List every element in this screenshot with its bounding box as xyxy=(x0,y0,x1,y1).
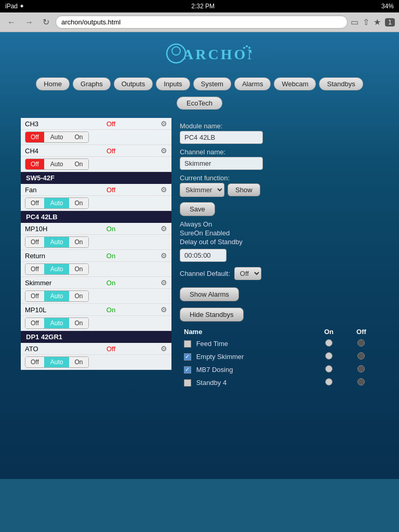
radio-off-mb7-dosing[interactable] xyxy=(357,365,365,373)
toggle-off-ch4[interactable]: Off xyxy=(25,159,44,169)
gear-icon-fan[interactable]: ⚙ xyxy=(161,185,167,194)
show-alarms-button[interactable]: Show Alarms xyxy=(180,287,239,301)
radio-on-mb7-dosing[interactable] xyxy=(325,365,332,373)
toggle-on-mp10h[interactable]: On xyxy=(69,237,88,247)
channel-status-ato: Off xyxy=(107,345,115,353)
forward-button[interactable]: → xyxy=(22,17,36,28)
standby-row-feed-time: Feed Time xyxy=(181,338,377,350)
toggle-on-return[interactable]: On xyxy=(69,264,88,274)
hide-standbys-button[interactable]: Hide Standbys xyxy=(180,308,244,322)
nav-graphs[interactable]: Graphs xyxy=(73,77,111,90)
back-button[interactable]: ← xyxy=(4,17,19,28)
standby-row-standby-4: Standby 4 xyxy=(181,377,377,389)
nav-system[interactable]: System xyxy=(193,77,231,90)
address-bar[interactable] xyxy=(56,16,348,29)
toggle-auto-mp10l[interactable]: Auto xyxy=(44,318,70,328)
nav-standbys[interactable]: Standbys xyxy=(319,77,363,90)
toggle-on-mp10l[interactable]: On xyxy=(69,318,88,328)
always-on-text: Always On xyxy=(180,220,378,228)
screen-icon[interactable]: ▭ xyxy=(351,17,358,27)
save-button[interactable]: Save xyxy=(180,202,215,216)
module-name-label: Module name: xyxy=(180,122,378,130)
gear-icon-skimmer[interactable]: ⚙ xyxy=(161,278,167,287)
channel-default-select[interactable]: Off xyxy=(234,267,261,280)
channel-row-fan: Fan Off ⚙ xyxy=(21,184,171,196)
module-name-input[interactable] xyxy=(180,131,263,144)
browser-actions: ▭ ⇧ ★ 1 xyxy=(351,17,395,27)
toggle-off-mp10h[interactable]: Off xyxy=(25,237,44,247)
toggle-auto-ch4[interactable]: Auto xyxy=(44,159,70,169)
toggle-auto-return[interactable]: Auto xyxy=(44,264,70,274)
status-time: 2:32 PM xyxy=(191,3,215,10)
standbys-table: Name On Off Feed Time xyxy=(180,326,378,390)
gear-icon-ato[interactable]: ⚙ xyxy=(161,344,167,353)
gear-icon-mp10l[interactable]: ⚙ xyxy=(161,305,167,314)
status-left: iPad ✦ xyxy=(5,3,24,10)
nav-alarms[interactable]: Alarms xyxy=(234,77,271,90)
channel-row-ch3: CH3 Off ⚙ xyxy=(21,118,171,130)
channel-row-ato: ATO Off ⚙ xyxy=(21,343,171,355)
toggle-on-ch3[interactable]: On xyxy=(69,132,88,142)
delay-time-input[interactable] xyxy=(180,249,227,262)
radio-on-empty-skimmer[interactable] xyxy=(325,352,332,360)
channel-name-fan: Fan xyxy=(25,186,61,194)
nav-webcam[interactable]: Webcam xyxy=(274,77,316,90)
nav-inputs[interactable]: Inputs xyxy=(156,77,190,90)
radio-on-standby-4[interactable] xyxy=(325,378,332,385)
toggle-off-fan[interactable]: Off xyxy=(25,198,44,208)
right-panel: Module name: Channel name: Current funct… xyxy=(180,118,378,390)
function-select[interactable]: Skimmer xyxy=(180,183,224,197)
reload-button[interactable]: ↻ xyxy=(39,16,52,28)
toggle-on-fan[interactable]: On xyxy=(69,198,88,208)
nav-home[interactable]: Home xyxy=(36,77,70,90)
toggle-auto-mp10h[interactable]: Auto xyxy=(44,237,70,247)
channel-name-mp10h: MP10H xyxy=(25,225,61,233)
svg-point-4 xyxy=(243,47,245,49)
function-row: Skimmer Show xyxy=(180,183,378,197)
carrier-label: iPad ✦ xyxy=(5,3,24,10)
gear-icon-mp10h[interactable]: ⚙ xyxy=(161,224,167,233)
toggle-row-ch4: Off Auto On xyxy=(21,157,171,172)
toggle-off-ch3[interactable]: Off xyxy=(25,132,44,142)
toggle-off-return[interactable]: Off xyxy=(25,264,44,274)
toggle-off-skimmer[interactable]: Off xyxy=(25,291,44,301)
channel-status-fan: Off xyxy=(107,186,115,194)
toggle-group-return: Off Auto On xyxy=(25,263,89,275)
share-icon[interactable]: ⇧ xyxy=(363,17,369,27)
channel-row-return: Return On ⚙ xyxy=(21,250,171,262)
toggle-off-mp10l[interactable]: Off xyxy=(25,318,44,328)
gear-icon-return[interactable]: ⚙ xyxy=(161,251,167,260)
channel-status-skimmer: On xyxy=(107,279,115,287)
toggle-auto-fan[interactable]: Auto xyxy=(44,198,70,208)
standby-name-mb7-dosing: MB7 Dosing xyxy=(196,366,233,374)
checkbox-feed-time[interactable] xyxy=(184,340,191,348)
svg-point-5 xyxy=(248,47,250,49)
checkbox-mb7-dosing[interactable] xyxy=(184,366,191,374)
toggle-off-ato[interactable]: Off xyxy=(25,357,44,367)
toggle-auto-ato[interactable]: Auto xyxy=(44,357,70,367)
toggle-on-ch4[interactable]: On xyxy=(69,159,88,169)
checkbox-standby-4[interactable] xyxy=(184,379,191,387)
toggle-auto-ch3[interactable]: Auto xyxy=(44,132,70,142)
ecotech-button[interactable]: EcoTech xyxy=(177,97,222,110)
channel-name-ch3: CH3 xyxy=(25,120,61,128)
status-right: 34% xyxy=(381,3,394,10)
gear-icon-ch4[interactable]: ⚙ xyxy=(161,147,167,155)
gear-icon-ch3[interactable]: ⚙ xyxy=(161,119,167,128)
channel-row-mp10l: MP10L On ⚙ xyxy=(21,304,171,316)
nav-outputs[interactable]: Outputs xyxy=(114,77,153,90)
radio-off-feed-time[interactable] xyxy=(357,339,365,347)
radio-on-feed-time[interactable] xyxy=(325,339,332,347)
toggle-on-ato[interactable]: On xyxy=(69,357,88,367)
checkbox-empty-skimmer[interactable] xyxy=(184,353,191,361)
toggle-auto-skimmer[interactable]: Auto xyxy=(44,291,70,301)
radio-off-standby-4[interactable] xyxy=(357,378,365,385)
toggle-on-skimmer[interactable]: On xyxy=(69,291,88,301)
tab-count[interactable]: 1 xyxy=(385,18,395,26)
bookmark-icon[interactable]: ★ xyxy=(374,17,381,27)
show-button[interactable]: Show xyxy=(228,183,260,196)
channel-name-input[interactable] xyxy=(180,157,263,170)
standby-name-empty-skimmer: Empty Skimmer xyxy=(196,353,244,361)
svg-point-1 xyxy=(172,47,180,55)
radio-off-empty-skimmer[interactable] xyxy=(357,352,365,360)
